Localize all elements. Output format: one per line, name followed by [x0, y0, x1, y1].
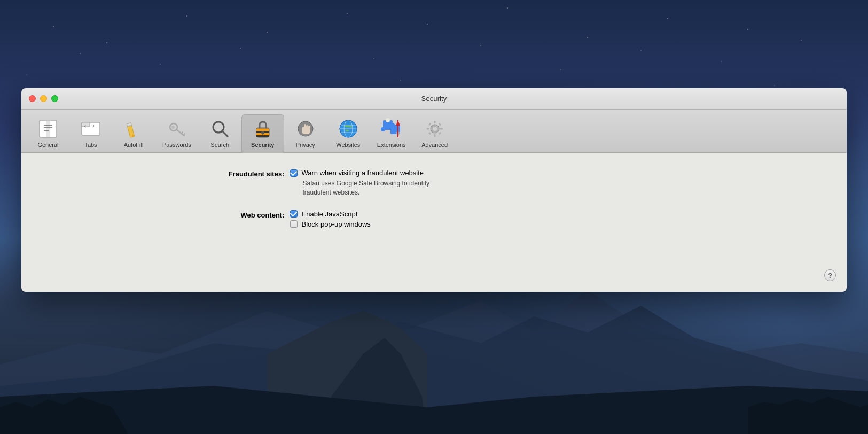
svg-rect-58: [438, 132, 441, 135]
svg-rect-9: [44, 125, 52, 126]
fraudulent-sites-label: Fraudulent sites:: [194, 169, 290, 178]
tab-search[interactable]: Search: [199, 115, 241, 152]
tab-privacy[interactable]: Privacy: [284, 115, 327, 152]
privacy-icon: [295, 118, 316, 140]
close-button[interactable]: [29, 95, 36, 102]
security-icon: [252, 118, 273, 140]
websites-icon: [338, 118, 359, 140]
content-area: Fraudulent sites: Warn when visiting a f…: [21, 153, 847, 292]
svg-rect-57: [428, 132, 431, 135]
svg-line-22: [181, 132, 183, 134]
svg-point-24: [171, 126, 175, 129]
svg-text:✕: ✕: [83, 125, 87, 128]
tab-extensions-label: Extensions: [377, 142, 406, 148]
svg-point-45: [381, 127, 385, 131]
tab-passwords-label: Passwords: [162, 142, 191, 148]
settings-section: Fraudulent sites: Warn when visiting a f…: [194, 169, 675, 228]
autofill-icon: [123, 118, 144, 140]
tab-websites[interactable]: Websites: [327, 115, 370, 152]
fraudulent-subtext: Safari uses Google Safe Browsing to iden…: [303, 179, 429, 197]
safari-preferences-window: Security General ✕: [21, 88, 847, 292]
toolbar: General ✕ + Tabs: [21, 110, 847, 153]
tab-security-label: Security: [251, 142, 274, 148]
svg-point-50: [433, 127, 437, 131]
svg-line-26: [222, 131, 228, 136]
web-content-row: Web content: Enable JavaScript Block pop…: [194, 210, 675, 228]
svg-line-23: [183, 134, 185, 135]
titlebar: Security: [21, 88, 847, 110]
tab-autofill[interactable]: AutoFill: [112, 115, 155, 152]
passwords-icon: [166, 118, 187, 140]
svg-rect-55: [428, 123, 431, 126]
warn-fraudulent-label: Warn when visiting a fraudulent website: [302, 169, 424, 177]
svg-rect-8: [46, 120, 50, 137]
extensions-icon: [381, 118, 402, 140]
web-content-controls: Enable JavaScript Block pop-up windows: [290, 210, 371, 228]
tab-autofill-label: AutoFill: [124, 142, 144, 148]
maximize-button[interactable]: [51, 95, 58, 102]
svg-rect-31: [256, 135, 269, 137]
popup-checkbox-row: Block pop-up windows: [290, 220, 371, 228]
help-button[interactable]: ?: [824, 269, 836, 281]
advanced-icon: [424, 118, 445, 140]
enable-javascript-label: Enable JavaScript: [302, 210, 358, 218]
svg-rect-52: [434, 134, 435, 137]
svg-rect-11: [44, 130, 49, 131]
tabs-icon: ✕ +: [80, 118, 101, 140]
enable-javascript-checkbox[interactable]: [290, 210, 298, 218]
window-title: Security: [421, 95, 447, 103]
search-icon: [209, 118, 231, 140]
svg-rect-28: [256, 129, 269, 131]
fraudulent-sites-controls: Warn when visiting a fraudulent website …: [290, 169, 429, 197]
tab-websites-label: Websites: [336, 142, 360, 148]
svg-rect-51: [434, 121, 435, 123]
svg-rect-10: [44, 127, 52, 128]
tab-general-label: General: [37, 142, 58, 148]
tab-general[interactable]: General: [27, 115, 69, 152]
svg-text:+: +: [92, 123, 95, 129]
warn-checkbox-row: Warn when visiting a fraudulent website: [290, 169, 429, 177]
tab-advanced[interactable]: Advanced: [413, 115, 456, 152]
window-controls: [29, 95, 58, 102]
svg-rect-33: [262, 133, 263, 135]
block-popup-checkbox[interactable]: [290, 220, 298, 228]
tab-passwords[interactable]: Passwords: [155, 115, 199, 152]
tab-tabs[interactable]: ✕ + Tabs: [69, 115, 112, 152]
svg-rect-53: [427, 128, 429, 130]
svg-rect-54: [440, 128, 443, 130]
tab-privacy-label: Privacy: [296, 142, 315, 148]
svg-rect-56: [438, 123, 441, 126]
tab-search-label: Search: [210, 142, 229, 148]
tab-security[interactable]: Security: [241, 114, 284, 153]
warn-fraudulent-checkbox[interactable]: [290, 169, 298, 177]
minimize-button[interactable]: [40, 95, 47, 102]
fraudulent-sites-row: Fraudulent sites: Warn when visiting a f…: [194, 169, 675, 197]
svg-point-46: [390, 123, 395, 127]
tab-advanced-label: Advanced: [421, 142, 448, 148]
javascript-checkbox-row: Enable JavaScript: [290, 210, 371, 218]
general-icon: [37, 118, 59, 140]
web-content-label: Web content:: [194, 210, 290, 219]
block-popup-label: Block pop-up windows: [302, 220, 371, 228]
svg-point-44: [386, 118, 390, 122]
tab-tabs-label: Tabs: [84, 142, 97, 148]
tab-extensions[interactable]: Extensions: [370, 115, 413, 152]
